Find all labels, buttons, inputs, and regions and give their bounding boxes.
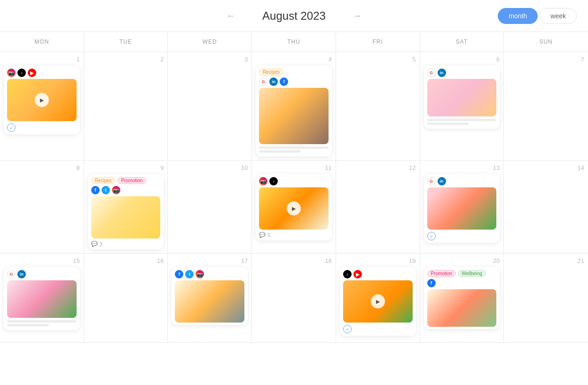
comment-row-9: 💬 3 bbox=[91, 241, 161, 247]
li-icon-4: in bbox=[269, 77, 278, 86]
calendar-grid: 1 📷 ♪ ▶ ▶ ✓ bbox=[0, 52, 588, 343]
li-icon-13: in bbox=[438, 177, 446, 185]
social-icons-17: f t 📷 bbox=[175, 270, 244, 278]
post-card-15[interactable]: G in bbox=[4, 267, 80, 330]
li-icon-6: in bbox=[438, 69, 446, 77]
g-icon-6: G bbox=[427, 69, 436, 77]
cell-day-18: 18 bbox=[252, 254, 336, 343]
day-number-8: 8 bbox=[4, 164, 80, 171]
post-lines-4 bbox=[259, 146, 329, 153]
post-card-6[interactable]: G in bbox=[424, 66, 500, 129]
cell-day-4: 4 Recipes G in f bbox=[252, 52, 336, 161]
day-header-wed: WED bbox=[168, 32, 252, 52]
post-card-20[interactable]: Promotion Wellbeing f bbox=[424, 267, 500, 329]
tw-icon-17: t bbox=[185, 270, 194, 278]
cell-day-10: 10 bbox=[168, 161, 252, 254]
day-headers: MON TUE WED THU FRI SAT SUN bbox=[0, 32, 588, 52]
post-card-9[interactable]: Recipes Promotion f t 📷 💬 3 bbox=[88, 174, 164, 249]
ig-icon-11: 📷 bbox=[259, 177, 267, 185]
fb-icon-20: f bbox=[427, 279, 436, 287]
post-card-1[interactable]: 📷 ♪ ▶ ▶ ✓ bbox=[4, 66, 80, 134]
day-number-9: 9 bbox=[88, 164, 164, 171]
tag-promotion-9: Promotion bbox=[118, 177, 147, 184]
post-lines-6 bbox=[427, 119, 497, 125]
next-month-button[interactable]: → bbox=[349, 8, 366, 23]
cell-day-19: 19 ♪ ▶ ▶ ✓ bbox=[336, 254, 420, 343]
cell-day-12: 12 bbox=[336, 161, 420, 254]
social-icons-6: G in bbox=[427, 69, 497, 77]
day-number-2: 2 bbox=[88, 56, 164, 63]
cell-day-2: 2 bbox=[84, 52, 168, 161]
tiktok-icon-19: ♪ bbox=[343, 270, 352, 278]
cell-day-5: 5 bbox=[336, 52, 420, 161]
cell-day-15: 15 G in bbox=[0, 254, 84, 343]
fb-icon-4: f bbox=[280, 77, 288, 86]
social-icons-15: G in bbox=[7, 270, 77, 278]
comment-row-11: 💬 5 bbox=[259, 232, 329, 238]
social-icons-20: f bbox=[427, 279, 497, 287]
cell-day-14: 14 bbox=[504, 161, 588, 254]
cell-day-17: 17 f t 📷 bbox=[168, 254, 252, 343]
tw-icon-9: t bbox=[102, 186, 110, 194]
post-card-13[interactable]: G in ✓ bbox=[424, 174, 500, 243]
tag-recipes-4: Recipes bbox=[259, 69, 283, 76]
day-header-tue: TUE bbox=[84, 32, 168, 52]
play-button-1[interactable]: ▶ bbox=[35, 93, 49, 107]
cell-day-6: 6 G in bbox=[420, 52, 504, 161]
comment-icon-11: 💬 bbox=[259, 232, 266, 238]
view-toggle: month week bbox=[498, 8, 577, 24]
post-image-4 bbox=[259, 88, 329, 144]
social-icons-19: ♪ ▶ bbox=[343, 270, 413, 278]
tag-wellbeing-20: Wellbeing bbox=[458, 270, 486, 277]
fb-icon-17: f bbox=[175, 270, 183, 278]
yt-icon-19: ▶ bbox=[353, 270, 362, 278]
calendar-container: ← August 2023 → month week MON TUE WED T… bbox=[0, 0, 588, 343]
week-view-button[interactable]: week bbox=[540, 8, 577, 24]
day-number-10: 10 bbox=[172, 164, 248, 171]
day-number-7: 7 bbox=[508, 56, 584, 63]
play-button-11[interactable]: ▶ bbox=[287, 201, 301, 216]
post-image-13 bbox=[427, 187, 497, 230]
day-header-sun: SUN bbox=[504, 32, 588, 52]
post-line bbox=[259, 150, 301, 153]
social-icons-11: 📷 ♪ bbox=[259, 177, 329, 185]
cell-day-21: 21 bbox=[504, 254, 588, 343]
tag-row-4: Recipes bbox=[259, 69, 329, 76]
post-card-11[interactable]: 📷 ♪ ▶ 💬 5 bbox=[256, 174, 332, 240]
g-icon-15: G bbox=[7, 270, 16, 278]
check-icon-19: ✓ bbox=[343, 325, 352, 333]
cell-day-8: 8 bbox=[0, 161, 84, 254]
day-header-sat: SAT bbox=[420, 32, 504, 52]
month-view-button[interactable]: month bbox=[498, 8, 538, 24]
post-card-4[interactable]: Recipes G in f bbox=[256, 66, 332, 156]
yt-icon: ▶ bbox=[28, 69, 36, 77]
prev-month-button[interactable]: ← bbox=[223, 8, 240, 23]
comment-count-11: 5 bbox=[267, 232, 270, 238]
month-title: August 2023 bbox=[247, 9, 341, 23]
post-image-9 bbox=[91, 196, 161, 239]
comment-icon-9: 💬 bbox=[91, 241, 98, 247]
tag-row-20: Promotion Wellbeing bbox=[427, 270, 497, 277]
play-button-19[interactable]: ▶ bbox=[371, 294, 385, 308]
tag-recipes-9: Recipes bbox=[91, 177, 116, 184]
post-card-17[interactable]: f t 📷 bbox=[172, 267, 248, 325]
tag-promotion-20: Promotion bbox=[427, 270, 456, 277]
social-icons-4: G in f bbox=[259, 77, 329, 86]
fb-icon-9: f bbox=[91, 186, 100, 194]
day-number-20: 20 bbox=[424, 257, 500, 264]
post-line bbox=[7, 320, 77, 323]
nav-group: ← August 2023 → bbox=[223, 8, 366, 23]
day-number-16: 16 bbox=[88, 257, 164, 264]
day-number-3: 3 bbox=[172, 56, 248, 63]
day-number-4: 4 bbox=[256, 56, 332, 63]
ig-icon-9: 📷 bbox=[112, 186, 120, 194]
social-icons-13: G in bbox=[427, 177, 497, 185]
day-number-17: 17 bbox=[172, 257, 248, 264]
day-number-19: 19 bbox=[340, 257, 416, 264]
day-header-fri: FRI bbox=[336, 32, 420, 52]
post-line bbox=[427, 119, 497, 121]
cell-day-20: 20 Promotion Wellbeing f bbox=[420, 254, 504, 343]
g-icon-13: G bbox=[427, 177, 436, 185]
post-card-19[interactable]: ♪ ▶ ▶ ✓ bbox=[340, 267, 416, 336]
day-number-5: 5 bbox=[340, 56, 416, 63]
